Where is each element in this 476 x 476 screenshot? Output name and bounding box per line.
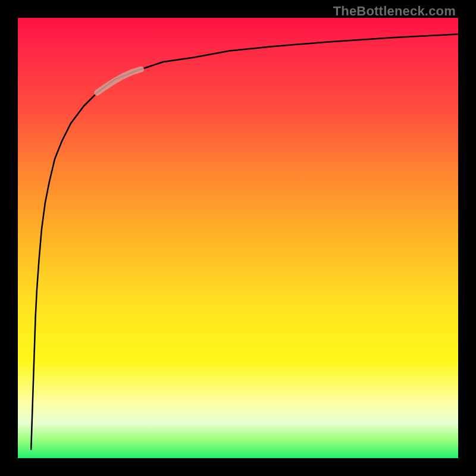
curve-svg — [18, 18, 458, 458]
plot-area — [18, 18, 458, 458]
main-curve — [31, 34, 458, 449]
watermark: TheBottleneck.com — [333, 4, 456, 19]
highlight-segment — [97, 70, 141, 93]
